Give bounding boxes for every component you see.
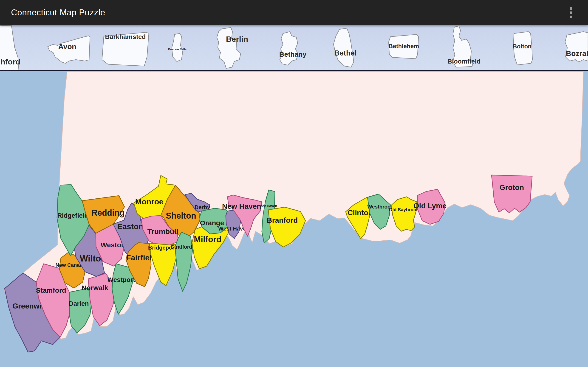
tray-piece-shape-berlin[interactable] bbox=[217, 27, 241, 68]
tray-piece-bolton[interactable]: Bolton bbox=[513, 32, 532, 65]
tray-piece-label-berlin: Berlin bbox=[226, 35, 248, 43]
overflow-dot bbox=[570, 11, 572, 14]
tray-piece-bethany[interactable]: Bethany bbox=[279, 32, 307, 65]
tray-piece-barkhamsted[interactable]: Barkhamsted bbox=[102, 32, 149, 66]
tray-piece-label-beacon-falls: Beacon Falls bbox=[168, 48, 187, 51]
tray-piece-label-bethlehem: Bethlehem bbox=[389, 43, 419, 50]
overflow-dot bbox=[570, 7, 572, 10]
tray-piece-shape-bethany[interactable] bbox=[280, 32, 298, 65]
piece-tray[interactable]: shfordAvonBarkhamstedBeacon FallsBerlinB… bbox=[0, 25, 588, 71]
overflow-menu-icon[interactable] bbox=[564, 0, 578, 25]
tray-piece-label-ashford: shford bbox=[0, 57, 20, 66]
tray-piece-label-bolton: Bolton bbox=[513, 43, 531, 50]
tray-piece-bethlehem[interactable]: Bethlehem bbox=[389, 34, 419, 59]
tray-piece-shape-bethel[interactable] bbox=[334, 28, 354, 67]
tray-svg: shfordAvonBarkhamstedBeacon FallsBerlinB… bbox=[0, 25, 588, 70]
overflow-dot bbox=[570, 16, 572, 18]
tray-piece-bozrah[interactable]: Bozrah bbox=[565, 32, 588, 62]
town-shape-groton[interactable] bbox=[492, 175, 532, 213]
map-svg: GreenwichStamfordDarienNew CanaanNorwalk… bbox=[0, 71, 588, 367]
tray-piece-bloomfield[interactable]: Bloomfield bbox=[447, 26, 481, 67]
tray-piece-ashford[interactable]: shford bbox=[0, 25, 20, 70]
tray-piece-beacon-falls[interactable]: Beacon Falls bbox=[168, 33, 187, 61]
tray-piece-label-barkhamsted: Barkhamsted bbox=[105, 33, 146, 40]
town-groton[interactable]: Groton bbox=[492, 175, 532, 213]
tray-piece-label-avon: Avon bbox=[58, 42, 77, 51]
tray-piece-berlin[interactable]: Berlin bbox=[217, 27, 248, 68]
tray-piece-bethel[interactable]: Bethel bbox=[334, 28, 357, 67]
app-title: Connecticut Map Puzzle bbox=[11, 8, 105, 17]
tray-piece-avon[interactable]: Avon bbox=[48, 36, 90, 63]
tray-piece-label-bethel: Bethel bbox=[334, 49, 357, 57]
tray-piece-label-bozrah: Bozrah bbox=[566, 49, 588, 58]
tray-piece-label-bloomfield: Bloomfield bbox=[447, 58, 481, 65]
action-bar: Connecticut Map Puzzle bbox=[0, 0, 588, 25]
tray-piece-label-bethany: Bethany bbox=[279, 50, 307, 58]
map-canvas[interactable]: GreenwichStamfordDarienNew CanaanNorwalk… bbox=[0, 71, 588, 367]
